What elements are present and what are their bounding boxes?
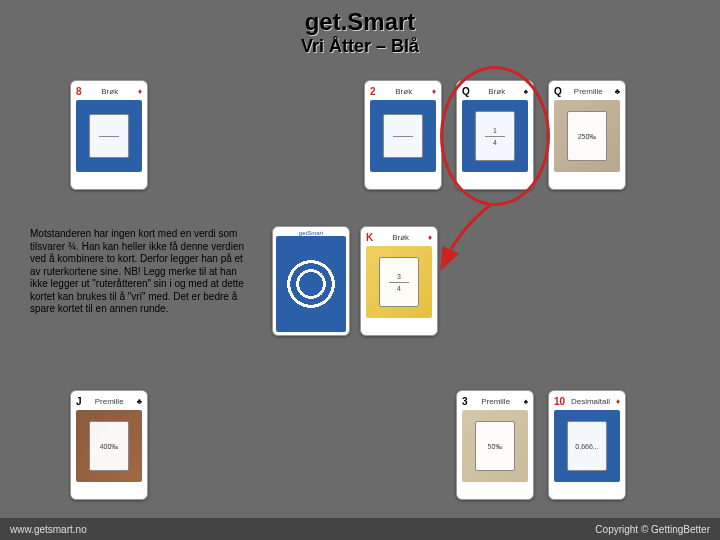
card-top: 8 Brøk ♦	[74, 84, 144, 98]
frac-top: 1	[493, 127, 497, 134]
inner-box: 3 4	[379, 257, 419, 307]
card-r1-4: Q Premille ♣ 250‰	[548, 80, 626, 190]
frac-top: 3	[397, 273, 401, 280]
card-back: getSmart	[272, 226, 350, 336]
card-r3-1: J Premille ♣ 400‰	[70, 390, 148, 500]
card-rank: Q	[462, 86, 470, 97]
card-rank: J	[76, 396, 82, 407]
card-bottom	[74, 484, 144, 496]
card-back-pattern	[276, 236, 346, 332]
inner-box: 50‰	[475, 421, 515, 471]
inner-box: 250‰	[567, 111, 607, 161]
card-center	[76, 100, 142, 172]
header: get.Smart Vri Åtter – Blå	[0, 0, 720, 57]
card-rank: 10	[554, 396, 565, 407]
card-rank: Q	[554, 86, 562, 97]
card-center: 1 4	[462, 100, 528, 172]
inner-box: 0,666...	[567, 421, 607, 471]
card-label: Brøk	[395, 87, 412, 96]
card-r1-3: Q Brøk ♠ 1 4	[456, 80, 534, 190]
card-label: Brøk	[392, 233, 409, 242]
card-r1-2: 2 Brøk ♦	[364, 80, 442, 190]
card-bottom	[74, 174, 144, 186]
card-r1-1: 8 Brøk ♦	[70, 80, 148, 190]
suit-icon: ♦	[138, 87, 142, 96]
card-top: 2 Brøk ♦	[368, 84, 438, 98]
card-center: 0,666...	[554, 410, 620, 482]
val: 0,666...	[575, 443, 598, 450]
card-rank: 2	[370, 86, 376, 97]
card-bottom	[552, 484, 622, 496]
card-rank: 8	[76, 86, 82, 97]
card-center: 50‰	[462, 410, 528, 482]
card-rank: K	[366, 232, 373, 243]
card-label: Brøk	[488, 87, 505, 96]
footer-url: www.getsmart.no	[10, 524, 87, 535]
body-text: Motstanderen har ingen kort med en verdi…	[30, 228, 250, 316]
suit-icon: ♣	[615, 87, 620, 96]
footer-copyright: Copyright © GettingBetter	[595, 524, 710, 535]
inner-box	[89, 114, 129, 158]
inner-box	[383, 114, 423, 158]
inner-box: 400‰	[89, 421, 129, 471]
card-label: Brøk	[101, 87, 118, 96]
card-r3-2: 3 Premille ♠ 50‰	[456, 390, 534, 500]
page-subtitle: Vri Åtter – Blå	[0, 36, 720, 57]
card-bottom	[368, 174, 438, 186]
card-bottom	[552, 174, 622, 186]
card-top: J Premille ♣	[74, 394, 144, 408]
card-center: 3 4	[366, 246, 432, 318]
card-label: Premille	[481, 397, 510, 406]
suit-icon: ♦	[432, 87, 436, 96]
frac-bot: 4	[397, 285, 401, 292]
footer: www.getsmart.no Copyright © GettingBette…	[0, 518, 720, 540]
card-center: 250‰	[554, 100, 620, 172]
card-rank: 3	[462, 396, 468, 407]
card-label: Premille	[574, 87, 603, 96]
card-top: 3 Premille ♠	[460, 394, 530, 408]
suit-icon: ♦	[428, 233, 432, 242]
card-center: 400‰	[76, 410, 142, 482]
arrow-icon	[440, 200, 500, 270]
page-title: get.Smart	[0, 8, 720, 36]
card-top: 10 Desimaltall ♦	[552, 394, 622, 408]
suit-icon: ♣	[137, 397, 142, 406]
inner-box: 1 4	[475, 111, 515, 161]
card-label: Premille	[95, 397, 124, 406]
card-top: K Brøk ♦	[364, 230, 434, 244]
card-r3-3: 10 Desimaltall ♦ 0,666...	[548, 390, 626, 500]
card-center	[370, 100, 436, 172]
card-r2-play: K Brøk ♦ 3 4	[360, 226, 438, 336]
card-top: Q Brøk ♠	[460, 84, 530, 98]
suit-icon: ♠	[524, 87, 528, 96]
card-bottom	[460, 174, 530, 186]
val: 250‰	[578, 133, 597, 140]
card-bottom	[460, 484, 530, 496]
card-bottom	[364, 320, 434, 332]
frac-bot: 4	[493, 139, 497, 146]
suit-icon: ♠	[524, 397, 528, 406]
val: 400‰	[100, 443, 119, 450]
val: 50‰	[488, 443, 503, 450]
suit-icon: ♦	[616, 397, 620, 406]
card-top: Q Premille ♣	[552, 84, 622, 98]
card-label: Desimaltall	[571, 397, 610, 406]
